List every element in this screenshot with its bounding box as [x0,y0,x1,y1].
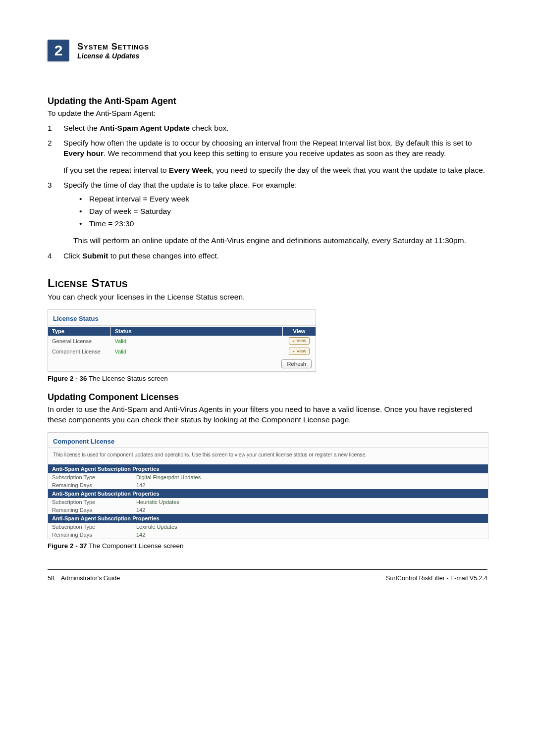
col-status: Status [111,327,283,336]
chapter-header: 2 System Settings License & Updates [48,40,487,61]
row-value: 142 [136,507,145,513]
table-row: Remaining Days 142 [48,506,488,514]
group-header: Anti-Spam Agent Subscription Properties [48,514,488,523]
fig-caption-bold: Figure 2 - 37 [48,542,87,550]
chapter-subtitle: License & Updates [77,52,149,60]
step3-bullets: Repeat interval = Every week Day of week… [79,193,487,230]
section2-intro: You can check your licenses in the Licen… [48,292,487,302]
col-type: Type [48,327,111,336]
view-link[interactable]: View [289,348,310,355]
view-link[interactable]: View [289,337,310,345]
row-value: Digital Fingerprint Updates [136,474,201,480]
step4-pre: Click [63,252,82,260]
step4-bold: Submit [82,252,108,260]
step2-bold2: Every Week [169,166,212,174]
row-value: Heuristic Updates [136,499,179,505]
component-license-panel-desc: This license is used for component updat… [48,448,488,464]
table-row: Remaining Days 142 [48,531,488,539]
table-row: Remaining Days 142 [48,481,488,489]
row-value: Lexirule Updates [136,524,177,530]
step1-text-post: check box. [190,124,228,132]
step-2: Specify how often the update is to occur… [48,138,487,176]
step-4: Click Submit to put these changes into e… [48,251,487,261]
step3-note: This will perform an online update of th… [73,235,487,246]
row-label: Subscription Type [52,524,136,530]
fig-caption-bold: Figure 2 - 36 [48,375,87,382]
cell-status: Valid [111,336,283,346]
step2-text-b: . We recommend that you keep this settin… [104,149,446,157]
section-license-status: License Status [48,276,487,290]
cell-type: General License [48,336,111,346]
step2-para2-b: , you need to specify the day of the wee… [212,166,485,174]
page-number: 58 [48,575,54,582]
table-row: Subscription Type Lexirule Updates [48,523,488,531]
license-status-panel-title: License Status [48,310,316,326]
step1-text-pre: Select the [63,124,100,132]
section-updating-anti-spam: Updating the Anti-Spam Agent [48,96,487,106]
table-row: Subscription Type Digital Fingerprint Up… [48,473,488,481]
license-status-screenshot: License Status Type Status View General … [48,309,316,372]
table-row: General License Valid View [48,336,316,346]
steps-list: Select the Anti-Spam Agent Update check … [48,123,487,261]
figure-2-36-caption: Figure 2 - 36 The License Status screen [48,375,487,382]
footer-rule [48,569,487,570]
row-label: Subscription Type [52,474,136,480]
table-row: Subscription Type Heuristic Updates [48,498,488,506]
chapter-number-box: 2 [48,40,69,61]
row-value: 142 [136,482,145,488]
step2-bold1: Every hour [63,149,104,157]
step-1: Select the Anti-Spam Agent Update check … [48,123,487,134]
group-header: Anti-Spam Agent Subscription Properties [48,489,488,498]
cell-type: Component License [48,346,111,356]
row-label: Remaining Days [52,507,136,513]
step-3: Specify the time of day that the update … [48,180,487,246]
bullet-repeat-interval: Repeat interval = Every week [79,193,487,205]
refresh-button[interactable]: Refresh [281,359,312,368]
row-label: Subscription Type [52,499,136,505]
group-header: Anti-Spam Agent Subscription Properties [48,464,488,473]
footer-left: Administrator's Guide [61,575,120,582]
figure-2-37-caption: Figure 2 - 37 The Component License scre… [48,542,487,550]
component-license-screenshot: Component License This license is used f… [48,432,488,539]
row-label: Remaining Days [52,532,136,538]
chapter-title: System Settings [77,42,149,52]
component-license-panel-title: Component License [48,433,488,448]
fig-caption-text: The Component License screen [87,542,184,550]
row-label: Remaining Days [52,482,136,488]
section3-intro: In order to use the Anti-Spam and Anti-V… [48,404,487,425]
row-value: 142 [136,532,145,538]
page-footer: 58 Administrator's Guide SurfControl Ris… [48,575,487,582]
cell-status: Valid [111,346,283,356]
step1-bold: Anti-Spam Agent Update [100,124,190,132]
bullet-day-of-week: Day of week = Saturday [79,205,487,218]
license-status-table: Type Status View General License Valid V… [48,327,316,356]
fig-caption-text: The License Status screen [87,375,168,382]
step2-text-a: Specify how often the update is to occur… [63,139,472,147]
step3-intro: Specify the time of day that the update … [63,181,297,189]
col-view: View [283,327,316,336]
table-row: Component License Valid View [48,346,316,356]
footer-right: SurfControl RiskFilter - E-mail V5.2.4 [386,575,487,582]
section1-intro: To update the Anti-Spam Agent: [48,108,487,119]
step4-post: to put these changes into effect. [108,252,219,260]
bullet-time: Time = 23:30 [79,218,487,230]
section-updating-component-licenses: Updating Component Licenses [48,392,487,403]
step2-para2-a: If you set the repeat interval to [63,166,169,174]
